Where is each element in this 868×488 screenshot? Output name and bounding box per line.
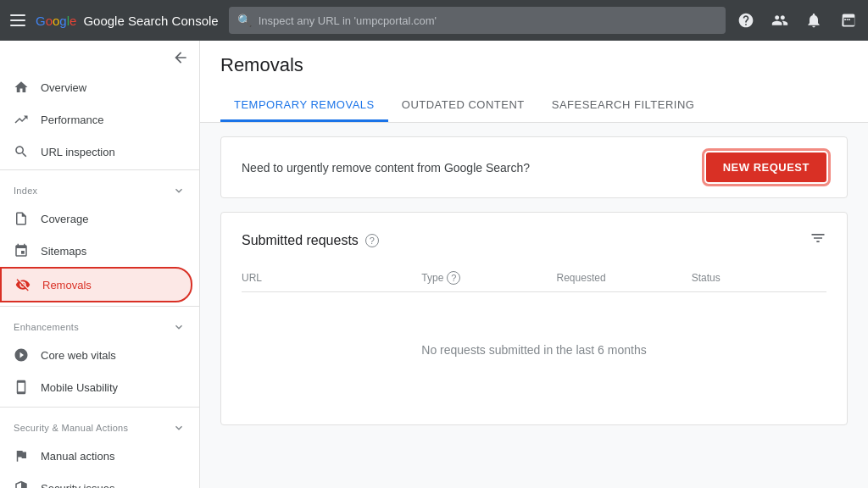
sidebar-item-sitemaps[interactable]: Sitemaps <box>0 235 192 267</box>
col-requested: Requested <box>557 271 692 285</box>
sidebar-item-core-web-vitals[interactable]: Core web vitals <box>0 339 192 371</box>
section-label: Enhancements <box>14 322 79 332</box>
filter-icon[interactable] <box>810 230 826 251</box>
table-header: URL Type ? Requested Status <box>242 264 826 292</box>
col-type: Type ? <box>421 271 556 285</box>
main-layout: Overview Performance URL inspection Inde… <box>0 41 868 488</box>
tab-safesearch-filtering[interactable]: SAFESEARCH FILTERING <box>538 90 709 122</box>
new-request-card: Need to urgently remove content from Goo… <box>220 136 848 198</box>
sidebar-item-label: Mobile Usability <box>41 381 118 394</box>
new-request-button[interactable]: NEW REQUEST <box>706 152 826 182</box>
app-logo: Google Google Search Console <box>36 14 219 28</box>
collapse-btn[interactable] <box>0 41 199 71</box>
app-name: Google Search Console <box>83 14 218 28</box>
hamburger-menu[interactable] <box>10 14 25 26</box>
page-title: Removals <box>220 54 848 76</box>
search-icon: 🔍 <box>237 14 252 27</box>
col-status: Status <box>692 271 826 285</box>
submitted-requests-card: Submitted requests ? URL Type ? <box>220 212 848 425</box>
search-placeholder: Inspect any URL in 'umpcportal.com' <box>259 14 437 27</box>
section-label: Security & Manual Actions <box>14 423 128 433</box>
type-help-icon[interactable]: ? <box>447 271 460 285</box>
content-area: Need to urgently remove content from Goo… <box>200 123 868 439</box>
notifications-icon[interactable] <box>804 10 824 30</box>
section-label: Index <box>14 186 37 196</box>
flag-icon <box>14 448 29 463</box>
file-icon <box>14 211 29 226</box>
sidebar-item-label: Manual actions <box>41 450 114 463</box>
sidebar-item-coverage[interactable]: Coverage <box>0 202 192 235</box>
top-header: Google Google Search Console 🔍 Inspect a… <box>0 0 868 41</box>
gauge-icon <box>14 347 29 363</box>
sidebar-item-label: Performance <box>41 114 103 126</box>
col-url: URL <box>242 271 421 285</box>
shield-icon <box>14 480 29 488</box>
search-bar[interactable]: 🔍 Inspect any URL in 'umpcportal.com' <box>229 7 726 34</box>
main-content: Removals TEMPORARY REMOVALS OUTDATED CON… <box>200 41 868 488</box>
section-security: Security & Manual Actions <box>0 409 199 440</box>
sidebar-item-label: URL inspection <box>41 146 115 158</box>
empty-state: No requests submitted in the last 6 mont… <box>242 292 826 408</box>
sidebar-item-performance[interactable]: Performance <box>0 103 192 136</box>
sidebar-item-label: Security issues <box>41 482 114 489</box>
sidebar-item-mobile-usability[interactable]: Mobile Usability <box>0 371 192 403</box>
accounts-icon[interactable] <box>770 10 790 30</box>
tab-outdated-content[interactable]: OUTDATED CONTENT <box>388 90 538 122</box>
home-icon <box>14 80 29 95</box>
help-icon[interactable]: ? <box>365 234 379 247</box>
sidebar-item-removals[interactable]: Removals <box>0 267 192 302</box>
section-index: Index <box>0 172 199 202</box>
section-enhancements: Enhancements <box>0 308 199 339</box>
header-icons <box>736 10 858 30</box>
sidebar-item-label: Overview <box>41 81 86 94</box>
sidebar-item-label: Coverage <box>41 213 88 225</box>
sidebar-item-label: Sitemaps <box>41 245 86 258</box>
submitted-header: Submitted requests ? <box>242 230 826 251</box>
sidebar-item-url-inspection[interactable]: URL inspection <box>0 136 192 168</box>
sidebar-item-label: Core web vitals <box>41 349 116 362</box>
page-header: Removals TEMPORARY REMOVALS OUTDATED CON… <box>200 41 868 123</box>
apps-icon[interactable] <box>837 10 858 30</box>
eye-off-icon <box>15 277 31 292</box>
new-request-text: Need to urgently remove content from Goo… <box>242 161 530 175</box>
submitted-title: Submitted requests ? <box>242 233 379 248</box>
help-icon[interactable] <box>736 10 756 30</box>
tabs: TEMPORARY REMOVALS OUTDATED CONTENT SAFE… <box>220 90 848 122</box>
mobile-icon <box>14 380 29 395</box>
sidebar-item-manual-actions[interactable]: Manual actions <box>0 440 192 472</box>
trending-up-icon <box>14 112 29 127</box>
sitemap-icon <box>14 243 29 258</box>
sidebar-item-security-issues[interactable]: Security issues <box>0 472 192 488</box>
tab-temporary-removals[interactable]: TEMPORARY REMOVALS <box>220 90 388 122</box>
search-icon <box>14 144 29 159</box>
sidebar-item-label: Removals <box>42 279 92 291</box>
sidebar-item-overview[interactable]: Overview <box>0 71 192 103</box>
sidebar: Overview Performance URL inspection Inde… <box>0 41 200 488</box>
logo-text: Google <box>36 14 76 28</box>
